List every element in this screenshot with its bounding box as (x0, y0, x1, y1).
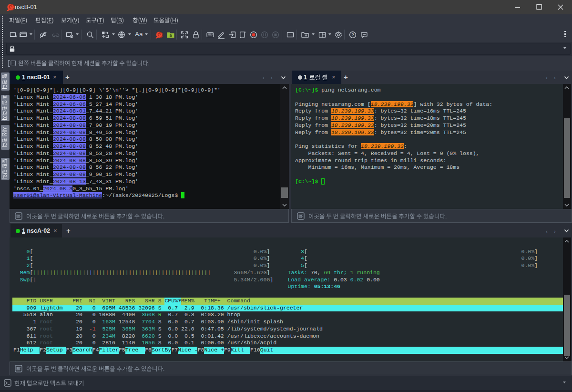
svg-text:a: a (169, 33, 172, 38)
svg-text:?: ? (351, 32, 354, 37)
